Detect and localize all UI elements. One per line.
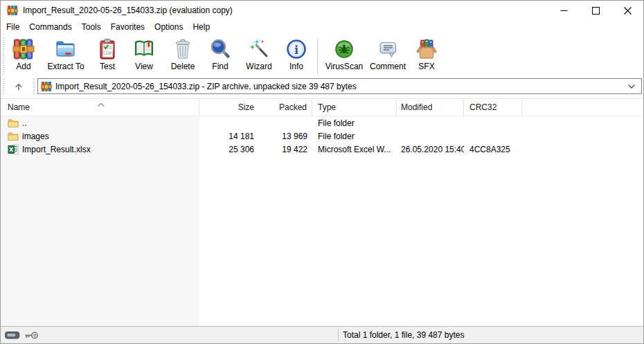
menu-item-options[interactable]: Options <box>150 21 188 33</box>
virus-scan-button[interactable]: VirusScan <box>321 36 367 76</box>
comment-bubble-icon <box>377 38 399 60</box>
delete-button-label: Delete <box>171 62 195 71</box>
menu-item-file[interactable]: File <box>1 21 24 33</box>
column-header-packed[interactable]: Packed <box>260 99 312 116</box>
extract-to-folder-icon <box>55 38 77 60</box>
window-title: Import_Result_2020-05-26_154033.zip (eva… <box>23 6 233 15</box>
file-type: File folder <box>312 118 397 128</box>
file-list: Name Size Packed Type Modified CRC32 <box>1 98 643 326</box>
column-header-name-label: Name <box>8 102 30 112</box>
column-header-crc32[interactable]: CRC32 <box>464 99 522 116</box>
test-clipboard-icon <box>96 38 118 60</box>
info-icon: i <box>285 38 307 60</box>
column-header-size[interactable]: Size <box>199 99 260 116</box>
folder-icon <box>8 131 19 142</box>
view-book-icon <box>133 38 155 60</box>
info-button[interactable]: i Info <box>279 36 314 76</box>
menu-item-commands[interactable]: Commands <box>24 21 76 33</box>
toolbar: Add Extract To <box>1 34 643 77</box>
addressbar: Import_Result_2020-05-26_154033.zip - ZI… <box>1 77 643 98</box>
add-button[interactable]: Add <box>6 36 41 76</box>
add-archive-icon <box>12 38 35 60</box>
statusbar-total-text: Total 1 folder, 1 file, 39 487 bytes <box>343 330 464 340</box>
file-packed: 19 422 <box>260 145 312 154</box>
menu-item-favorites[interactable]: Favorites <box>106 21 150 33</box>
extract-to-button[interactable]: Extract To <box>41 36 91 76</box>
excel-file-icon <box>8 144 19 155</box>
view-button[interactable]: View <box>124 36 164 76</box>
column-header-modified[interactable]: Modified <box>397 99 464 116</box>
sfx-button[interactable]: SFX <box>409 36 445 76</box>
file-type: File folder <box>312 132 397 141</box>
virus-scan-button-label: VirusScan <box>325 62 363 71</box>
sort-ascending-icon <box>97 100 105 109</box>
archive-description: Import_Result_2020-05-26_154033.zip - ZI… <box>55 82 625 91</box>
file-packed: 13 969 <box>260 132 312 141</box>
find-button[interactable]: Find <box>202 36 239 76</box>
sfx-box-icon <box>415 38 438 60</box>
file-name: .. <box>22 118 27 128</box>
maximize-button[interactable] <box>580 1 611 20</box>
svg-text:i: i <box>294 44 298 57</box>
chevron-down-icon <box>627 84 636 89</box>
wizard-button-label: Wizard <box>246 62 271 71</box>
file-type: Microsoft Excel W... <box>312 145 397 154</box>
column-header-type[interactable]: Type <box>312 99 397 116</box>
virus-scan-icon <box>333 38 355 60</box>
file-size: 25 306 <box>199 145 260 154</box>
drive-icon[interactable] <box>5 331 20 340</box>
view-button-label: View <box>135 62 153 71</box>
combobox-dropdown-button[interactable] <box>625 84 638 89</box>
menu-item-help[interactable]: Help <box>188 21 215 33</box>
file-crc32: 4CC8A325 <box>464 145 522 154</box>
wizard-button[interactable]: Wizard <box>239 36 279 76</box>
file-size: 14 181 <box>199 132 260 141</box>
file-row-images[interactable]: images 14 181 13 969 File folder <box>1 129 643 143</box>
comment-button[interactable]: Comment <box>367 36 409 76</box>
archive-path-combobox[interactable]: Import_Result_2020-05-26_154033.zip - ZI… <box>37 78 642 94</box>
winrar-window: Import_Result_2020-05-26_154033.zip (eva… <box>0 0 644 344</box>
extract-to-button-label: Extract To <box>47 62 84 71</box>
winrar-app-icon <box>7 5 18 16</box>
file-list-body: .. File folder imag <box>1 116 643 326</box>
toolbar-separator <box>317 38 318 74</box>
column-header-blank <box>522 99 643 116</box>
test-button[interactable]: Test <box>91 36 124 76</box>
delete-button[interactable]: Delete <box>164 36 202 76</box>
close-button[interactable] <box>611 1 643 20</box>
menu-item-tools[interactable]: Tools <box>77 21 106 33</box>
file-row-import-result-xlsx[interactable]: Import_Result.xlsx 25 306 19 422 Microso… <box>1 143 643 156</box>
file-name: Import_Result.xlsx <box>22 145 91 154</box>
addressbar-grip-handle[interactable] <box>3 79 4 94</box>
info-button-label: Info <box>289 62 303 71</box>
find-magnifier-icon <box>209 38 231 60</box>
file-modified: 26.05.2020 15:40 <box>397 145 464 154</box>
titlebar: Import_Result_2020-05-26_154033.zip (eva… <box>1 1 643 20</box>
comment-button-label: Comment <box>370 62 406 71</box>
sfx-button-label: SFX <box>418 62 434 71</box>
key-icon[interactable] <box>24 331 39 340</box>
find-button-label: Find <box>212 62 228 71</box>
window-controls <box>548 1 643 20</box>
up-arrow-icon <box>13 81 24 92</box>
winrar-zip-file-icon <box>41 81 52 92</box>
toolbar-grip-handle[interactable] <box>3 38 4 74</box>
statusbar-separator <box>338 329 339 341</box>
folder-icon <box>8 118 19 129</box>
file-name: images <box>22 132 49 141</box>
file-list-header: Name Size Packed Type Modified CRC32 <box>1 99 643 116</box>
file-row-parent-dir[interactable]: .. File folder <box>1 116 643 129</box>
addressbar-grip-handle-2[interactable] <box>33 79 35 94</box>
statusbar: Total 1 folder, 1 file, 39 487 bytes <box>1 326 643 343</box>
delete-trash-icon <box>172 38 194 60</box>
test-button-label: Test <box>100 62 115 71</box>
minimize-button[interactable] <box>548 1 580 20</box>
add-button-label: Add <box>16 62 30 71</box>
menubar: File Commands Tools Favorites Options He… <box>1 20 643 34</box>
up-one-level-button[interactable] <box>7 78 30 95</box>
wizard-wand-icon <box>248 38 270 60</box>
